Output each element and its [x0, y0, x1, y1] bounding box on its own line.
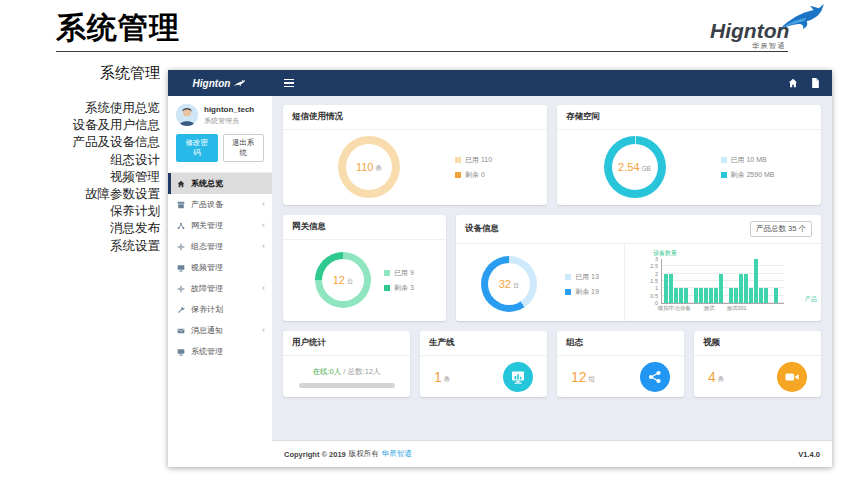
separator: /: [343, 367, 345, 376]
user-buttons: 修改密码 退出系统: [168, 131, 272, 172]
copyright-text-rest: 版权所有: [349, 449, 379, 459]
row-stats: 用户统计 在线:0人 / 总数:12人 生产线: [283, 331, 821, 397]
legend: 已用 9 剩余 3: [384, 268, 414, 293]
left-menu-item[interactable]: 系统设置: [0, 238, 160, 255]
stat-unit: 条: [718, 375, 725, 384]
sidebar-item-label: 系统管理: [191, 346, 223, 357]
sidebar-item-overview[interactable]: 系统总览: [168, 173, 272, 194]
user-count-line: 在线:0人 / 总数:12人: [313, 367, 381, 377]
gateway-donut-chart: 12 台: [315, 252, 371, 308]
document-icon[interactable]: [811, 78, 820, 88]
legend-swatch: [721, 172, 727, 178]
stat-value: 12: [571, 369, 587, 385]
row-info: 网关信息 12 台 已用 9 剩余 3: [283, 215, 821, 321]
chevron-left-icon: ‹: [262, 326, 265, 335]
donut-unit: 台: [513, 281, 520, 290]
card-device: 设备信息 产品总数 35 个 32 台: [456, 215, 821, 321]
total-count: 总数:12人: [348, 367, 381, 376]
dashboard-screenshot: Hignton hignton_tech 系统管理员: [168, 70, 832, 467]
brand-logo: Hignton 华辰智通: [708, 4, 830, 52]
legend: 已用 10 MB 剩余 2590 MB: [721, 155, 775, 180]
sidebar-item-notifications[interactable]: 消息通知 ‹: [168, 320, 272, 341]
sidebar-logo: Hignton: [168, 70, 272, 96]
gears-icon: [176, 243, 186, 251]
sidebar-item-video-mgmt[interactable]: 视频管理: [168, 257, 272, 278]
copyright-text: Copyright © 2019: [284, 450, 346, 459]
bar-chart-bars: [661, 259, 784, 304]
donut-unit: 台: [347, 277, 354, 286]
card-title: 网关信息: [283, 215, 446, 240]
card-title: 生产线: [420, 331, 547, 356]
legend-label: 剩余 19: [575, 287, 599, 297]
left-menu-item[interactable]: 系统使用总览: [0, 100, 160, 117]
product-total-badge: 产品总数 35 个: [750, 221, 812, 237]
menu-toggle-icon[interactable]: [284, 79, 294, 88]
device-bar-chart: 设备数量 32.521.510.50 模拟中冶设备测试测试001 产品: [625, 244, 821, 321]
donut-value: 12: [333, 274, 345, 286]
left-menu-item[interactable]: 保养计划: [0, 203, 160, 220]
legend-label: 已用 10 MB: [731, 155, 767, 165]
left-menu-item[interactable]: 设备及用户信息: [0, 117, 160, 134]
legend-swatch: [565, 289, 571, 295]
card-users: 用户统计 在线:0人 / 总数:12人: [283, 331, 410, 397]
legend-label: 已用 9: [394, 268, 414, 278]
sidebar-nav: 系统总览 产品设备 ‹ 网关管理 ‹ 组态管理 ‹: [168, 172, 272, 362]
chevron-left-icon: ‹: [262, 200, 265, 209]
card-sms: 短信使用情况 110 条 已用 110 剩余 0: [283, 105, 547, 205]
left-menu-item[interactable]: 消息发布: [0, 220, 160, 237]
stat-value: 1: [434, 369, 442, 385]
change-password-button[interactable]: 修改密码: [176, 134, 218, 162]
brand-subtitle: 华辰智通: [752, 41, 786, 51]
sidebar-item-gateway[interactable]: 网关管理 ‹: [168, 215, 272, 236]
card-production-line: 生产线 1 条: [420, 331, 547, 397]
sidebar-item-label: 故障管理: [191, 283, 223, 294]
donut-value: 2.54: [618, 161, 639, 173]
legend: 已用 110 剩余 0: [455, 155, 492, 180]
company-link[interactable]: 华辰智通: [382, 449, 412, 459]
online-count: 在线:0人: [313, 367, 342, 376]
donut-value: 110: [356, 161, 374, 173]
card-gateway: 网关信息 12 台 已用 9 剩余 3: [283, 215, 446, 321]
left-menu: 系统管理 系统使用总览 设备及用户信息 产品及设备信息 组态设计 视频管理 故障…: [0, 64, 160, 255]
page-title: 系统管理: [56, 8, 180, 49]
storage-donut-chart: 2.54 GB: [604, 136, 666, 198]
page: 系统管理 Hignton 华辰智通 系统管理 系统使用总览 设备及用户信息 产品…: [0, 0, 842, 480]
legend-label: 已用 13: [575, 272, 599, 282]
home-icon: [176, 180, 186, 188]
home-icon[interactable]: [788, 78, 798, 88]
network-icon: [176, 222, 186, 230]
sidebar-item-products[interactable]: 产品设备 ‹: [168, 194, 272, 215]
sidebar-item-config-mgmt[interactable]: 组态管理 ‹: [168, 236, 272, 257]
left-menu-item[interactable]: 故障参数设置: [0, 186, 160, 203]
sidebar-item-system[interactable]: 系统管理: [168, 341, 272, 362]
antelope-icon: [233, 79, 247, 87]
left-menu-item[interactable]: 视频管理: [0, 169, 160, 186]
chevron-left-icon: ‹: [262, 221, 265, 230]
card-video: 视频 4 条: [694, 331, 821, 397]
sidebar-item-fault-mgmt[interactable]: 故障管理 ‹: [168, 278, 272, 299]
donut-value: 32: [499, 278, 511, 290]
stat-unit: 条: [444, 375, 451, 384]
monitor-icon: [176, 264, 186, 272]
sidebar-brand-name: Hignton: [193, 78, 231, 89]
donut-unit: 条: [375, 164, 382, 173]
left-menu-item[interactable]: 组态设计: [0, 152, 160, 169]
logout-button[interactable]: 退出系统: [223, 134, 265, 162]
dashboard-footer: Copyright © 2019 版权所有 华辰智通 V1.4.0: [272, 440, 832, 467]
donut-unit: GB: [642, 165, 651, 172]
sidebar-item-label: 消息通知: [191, 325, 223, 336]
dashboard-sidebar: Hignton hignton_tech 系统管理员: [168, 70, 272, 467]
stat-unit: 组: [589, 375, 596, 384]
left-menu-item[interactable]: 产品及设备信息: [0, 134, 160, 151]
sidebar-item-label: 组态管理: [191, 241, 223, 252]
legend-swatch: [455, 172, 461, 178]
user-panel: hignton_tech 系统管理员: [168, 96, 272, 131]
sidebar-item-label: 网关管理: [191, 220, 223, 231]
card-title: 存储空间: [557, 105, 821, 130]
chevron-left-icon: ‹: [262, 284, 265, 293]
sidebar-item-maintenance[interactable]: 保养计划: [168, 299, 272, 320]
chart-x-axis-label: 产品: [805, 295, 817, 304]
sidebar-item-label: 视频管理: [191, 262, 223, 273]
sidebar-item-label: 系统总览: [191, 178, 223, 189]
device-donut-chart: 32 台: [481, 256, 537, 312]
